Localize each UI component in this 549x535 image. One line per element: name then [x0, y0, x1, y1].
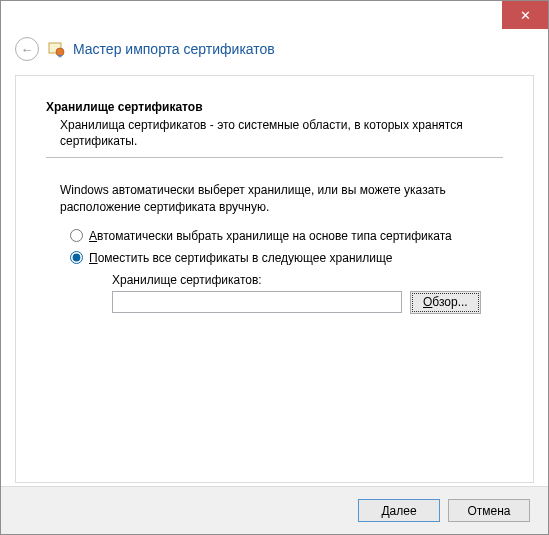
divider [46, 157, 503, 158]
store-field-label: Хранилище сертификатов: [112, 273, 503, 287]
section-description: Хранилища сертификатов - это системные о… [60, 117, 503, 149]
radio-auto-label: Автоматически выбрать хранилище на основ… [89, 229, 452, 243]
wizard-header: ← Мастер импорта сертификатов [1, 29, 548, 75]
wizard-footer: Далее Отмена [1, 486, 548, 534]
titlebar: ✕ [1, 1, 548, 29]
section-heading: Хранилище сертификатов [46, 100, 503, 114]
intro-text: Windows автоматически выберет хранилище,… [60, 182, 503, 214]
certificate-wizard-icon [47, 40, 65, 58]
next-button[interactable]: Далее [358, 499, 440, 522]
back-button[interactable]: ← [15, 37, 39, 61]
browse-button[interactable]: Обзор... [410, 291, 481, 314]
wizard-title: Мастер импорта сертификатов [73, 41, 275, 57]
close-icon: ✕ [520, 8, 531, 23]
radio-manual-select[interactable]: Поместить все сертификаты в следующее хр… [70, 251, 503, 265]
store-option-group: Автоматически выбрать хранилище на основ… [70, 229, 503, 314]
back-arrow-icon: ← [21, 42, 34, 57]
radio-auto-select[interactable]: Автоматически выбрать хранилище на основ… [70, 229, 503, 243]
wizard-content: Хранилище сертификатов Хранилища сертифи… [15, 75, 534, 483]
cancel-button[interactable]: Отмена [448, 499, 530, 522]
close-button[interactable]: ✕ [502, 1, 548, 29]
svg-point-1 [56, 48, 64, 56]
radio-manual-label: Поместить все сертификаты в следующее хр… [89, 251, 392, 265]
radio-auto-input[interactable] [70, 229, 83, 242]
radio-manual-input[interactable] [70, 251, 83, 264]
store-field-block: Хранилище сертификатов: Обзор... [112, 273, 503, 314]
store-field-row: Обзор... [112, 291, 503, 314]
store-path-input[interactable] [112, 291, 402, 313]
